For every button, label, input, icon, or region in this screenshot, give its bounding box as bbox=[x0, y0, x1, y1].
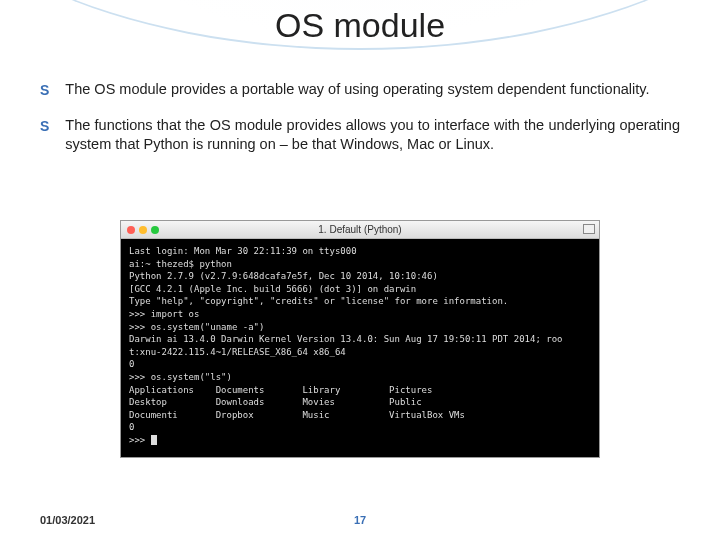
bullet-marker-icon: S bbox=[40, 82, 49, 98]
terminal-line: >>> bbox=[129, 435, 151, 445]
terminal-title: 1. Default (Python) bbox=[121, 224, 599, 235]
terminal-line: Last login: Mon Mar 30 22:11:39 on ttys0… bbox=[129, 246, 357, 256]
bullet-item: S The OS module provides a portable way … bbox=[40, 80, 680, 100]
terminal-line: Applications Documents Library Pictures bbox=[129, 385, 432, 395]
footer-date: 01/03/2021 bbox=[40, 514, 95, 526]
slide-title: OS module bbox=[0, 6, 720, 45]
terminal-line: Python 2.7.9 (v2.7.9:648dcafa7e5f, Dec 1… bbox=[129, 271, 438, 281]
terminal-line: Type "help", "copyright", "credits" or "… bbox=[129, 296, 508, 306]
terminal-line: Documenti Dropbox Music VirtualBox VMs bbox=[129, 410, 465, 420]
terminal-line: >>> os.system("ls") bbox=[129, 372, 232, 382]
terminal-line: >>> import os bbox=[129, 309, 199, 319]
bullet-text: The functions that the OS module provide… bbox=[65, 116, 680, 155]
bullet-marker-icon: S bbox=[40, 118, 49, 134]
cursor-icon bbox=[151, 435, 157, 445]
footer-page-number: 17 bbox=[354, 514, 366, 526]
slide-footer: 01/03/2021 17 bbox=[40, 514, 680, 526]
terminal-line: >>> os.system("uname -a") bbox=[129, 322, 264, 332]
expand-icon bbox=[583, 224, 595, 234]
terminal-body: Last login: Mon Mar 30 22:11:39 on ttys0… bbox=[121, 239, 599, 457]
terminal-line: Darwin ai 13.4.0 Darwin Kernel Version 1… bbox=[129, 334, 562, 344]
terminal-line: 0 bbox=[129, 422, 134, 432]
terminal-window: 1. Default (Python) Last login: Mon Mar … bbox=[120, 220, 600, 458]
terminal-line: Desktop Downloads Movies Public bbox=[129, 397, 422, 407]
terminal-line: [GCC 4.2.1 (Apple Inc. build 5666) (dot … bbox=[129, 284, 416, 294]
content-area: S The OS module provides a portable way … bbox=[40, 80, 680, 171]
terminal-titlebar: 1. Default (Python) bbox=[121, 221, 599, 239]
terminal-line: ai:~ thezed$ python bbox=[129, 259, 232, 269]
bullet-text: The OS module provides a portable way of… bbox=[65, 80, 649, 100]
terminal-line: t:xnu-2422.115.4~1/RELEASE_X86_64 x86_64 bbox=[129, 347, 346, 357]
bullet-item: S The functions that the OS module provi… bbox=[40, 116, 680, 155]
terminal-line: 0 bbox=[129, 359, 134, 369]
